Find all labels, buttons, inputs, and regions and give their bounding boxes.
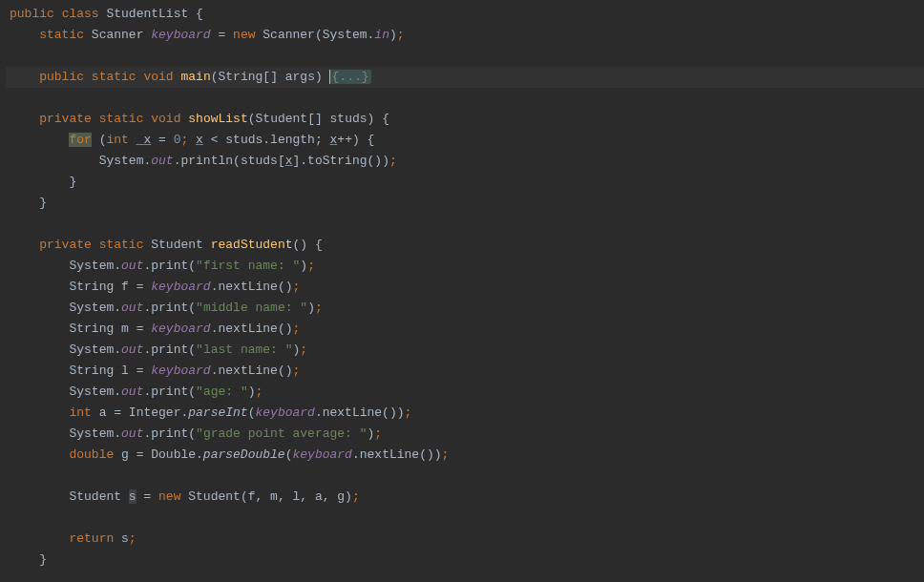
call: .nextLine(): [211, 280, 293, 294]
code-line[interactable]: double g = Double.parseDouble(keyboard.n…: [6, 445, 924, 466]
code-line[interactable]: private static Student readStudent() {: [6, 235, 924, 256]
blank-line[interactable]: [6, 466, 924, 487]
punct: ;: [315, 301, 323, 315]
code-line[interactable]: System.out.println(studs[x].toString());: [6, 151, 924, 172]
code-line-highlighted[interactable]: public static void main(String[] args) {…: [6, 67, 924, 88]
blank-line[interactable]: [6, 508, 924, 529]
punct: ): [300, 259, 307, 273]
type: Student: [151, 238, 203, 252]
blank-line[interactable]: [6, 214, 924, 235]
field: out: [151, 154, 173, 168]
punct: ): [389, 28, 397, 42]
ctor: Student(: [180, 489, 247, 504]
call: print: [151, 426, 188, 441]
type: String: [69, 280, 114, 294]
punct: ;: [300, 343, 307, 357]
punct: ;: [352, 489, 360, 504]
code-line[interactable]: public class StudentList {: [6, 4, 924, 25]
call: print: [151, 259, 188, 273]
punct: =: [151, 133, 173, 147]
code-line[interactable]: static Scanner keyboard = new Scanner(Sy…: [6, 25, 924, 46]
keyword: int: [69, 405, 91, 420]
type: String: [69, 322, 114, 336]
method: readStudent: [211, 238, 293, 252]
blank-line[interactable]: [6, 46, 924, 67]
sys: System: [69, 343, 114, 357]
code-line[interactable]: String m = keyboard.nextLine();: [6, 319, 924, 340]
punct: ;: [397, 28, 405, 42]
punct: ;: [129, 531, 136, 546]
code-line[interactable]: int a = Integer.parseInt(keyboard.nextLi…: [6, 403, 924, 424]
field: in: [374, 28, 389, 42]
keyword: double: [69, 447, 114, 462]
punct: ;: [293, 280, 301, 294]
type: String: [69, 364, 114, 378]
field: keyboard: [151, 364, 210, 378]
ctor: Scanner: [262, 28, 315, 42]
call: print: [151, 385, 188, 399]
punct: ;: [293, 364, 301, 378]
keyword: int: [106, 133, 128, 147]
method: main: [181, 70, 211, 84]
code-line[interactable]: String f = keyboard.nextLine();: [6, 277, 924, 298]
string: "age: ": [196, 385, 248, 399]
field: keyboard: [151, 280, 210, 294]
field: keyboard: [293, 447, 352, 462]
code-line[interactable]: System.out.print("age: ");: [6, 382, 924, 403]
class-name: StudentList: [106, 7, 188, 21]
punct: ;: [307, 259, 315, 273]
fold-marker[interactable]: {...}: [330, 70, 371, 84]
code-line[interactable]: }: [6, 172, 924, 193]
field: keyboard: [151, 322, 210, 336]
var: x: [196, 133, 203, 147]
code-line[interactable]: }: [6, 193, 924, 214]
punct: ;: [389, 154, 397, 168]
code-line[interactable]: String l = keyboard.nextLine();: [6, 361, 924, 382]
method: showList: [188, 112, 247, 126]
punct: (: [233, 154, 241, 168]
punct: (: [285, 447, 293, 462]
punct: =: [136, 489, 158, 504]
brace: }: [39, 196, 47, 210]
code-line[interactable]: System.out.print("grade point average: "…: [6, 424, 924, 445]
blank-line[interactable]: [6, 88, 924, 109]
code-line[interactable]: for (int x = 0; x < studs.length; x++) {: [6, 130, 924, 151]
field: keyboard: [255, 405, 314, 420]
call: .nextLine()): [315, 405, 405, 420]
field: keyboard: [151, 28, 210, 42]
code-line[interactable]: System.out.print("last name: ");: [6, 340, 924, 361]
keyword: public: [39, 70, 84, 84]
call: print: [151, 301, 188, 315]
code-line[interactable]: }: [6, 550, 924, 571]
static-call: parseInt: [188, 405, 247, 420]
brace: {: [188, 7, 203, 21]
keyword: new: [158, 489, 180, 504]
type: Student: [69, 489, 128, 504]
code-line[interactable]: System.out.print("first name: ");: [6, 256, 924, 277]
punct: .: [114, 385, 121, 399]
code-line[interactable]: Student s = new Student(f, m, l, a, g);: [6, 487, 924, 508]
args: f, m, l, a, g: [248, 489, 345, 504]
field: out: [121, 385, 143, 399]
code-line[interactable]: return s;: [6, 529, 924, 550]
punct: =: [211, 28, 233, 42]
type: Scanner: [92, 28, 144, 42]
call: .nextLine(): [211, 322, 293, 336]
string: "middle name: ": [196, 301, 307, 315]
code-line[interactable]: System.out.print("middle name: ");: [6, 298, 924, 319]
punct: (: [92, 133, 107, 147]
punct: (: [188, 301, 196, 315]
sys: System: [323, 28, 368, 42]
string: "grade point average: ": [196, 426, 367, 441]
punct: (: [188, 426, 196, 441]
call: .nextLine()): [352, 447, 442, 462]
var: x: [285, 154, 293, 168]
code-editor[interactable]: public class StudentList { static Scanne…: [0, 0, 924, 571]
string: "last name: ": [196, 343, 292, 357]
sys: System: [69, 385, 114, 399]
signature: () {: [293, 238, 323, 252]
var: m =: [114, 322, 151, 336]
code-line[interactable]: private static void showList(Student[] s…: [6, 109, 924, 130]
keyword: public: [10, 7, 54, 21]
punct: ;: [256, 385, 263, 399]
